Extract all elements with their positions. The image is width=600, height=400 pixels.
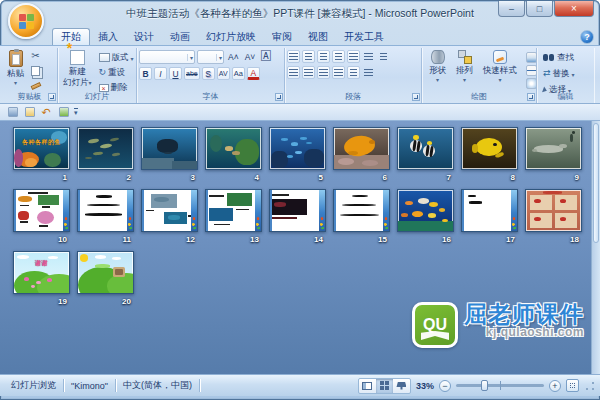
zoom-out-button[interactable]: − — [439, 380, 451, 392]
slide-thumbnail-1[interactable]: 各种各样的鱼 — [13, 127, 70, 170]
character-spacing-button[interactable]: AV — [217, 67, 230, 80]
slide-cell: 9 — [525, 127, 582, 182]
align-text-button[interactable] — [377, 50, 390, 63]
new-slide-button[interactable]: 新建 幻灯片 — [60, 49, 95, 89]
zoom-in-button[interactable]: + — [549, 380, 561, 392]
tab-review[interactable]: 审阅 — [264, 29, 300, 45]
help-button[interactable]: ? — [580, 30, 594, 44]
shrink-font-button[interactable]: A˅ — [243, 50, 258, 63]
strikethrough-button[interactable]: abe — [184, 67, 200, 80]
line-spacing-button[interactable] — [347, 50, 360, 63]
slide-thumbnail-5[interactable] — [269, 127, 326, 170]
slideshow-button[interactable] — [57, 106, 70, 118]
align-left-button[interactable] — [287, 66, 300, 79]
columns-button[interactable] — [347, 66, 360, 79]
tab-design[interactable]: 设计 — [126, 29, 162, 45]
align-center-button[interactable] — [302, 66, 315, 79]
qat-customize-dropdown[interactable]: ▾ — [74, 108, 78, 116]
align-right-button[interactable] — [317, 66, 330, 79]
slide-thumbnail-9[interactable] — [525, 127, 582, 170]
bullets-button[interactable] — [287, 50, 300, 63]
slide-thumbnail-16[interactable] — [397, 189, 454, 232]
arrange-button[interactable]: 排列 — [453, 49, 476, 86]
open-button[interactable] — [23, 106, 36, 118]
slide-thumbnail-14[interactable] — [269, 189, 326, 232]
decrease-indent-button[interactable] — [317, 50, 330, 63]
underline-button[interactable]: U — [169, 67, 182, 80]
text-shadow-button[interactable]: S — [202, 67, 215, 80]
layout-button[interactable]: 版式 — [97, 51, 136, 64]
copy-button[interactable] — [29, 64, 42, 77]
reset-button[interactable]: ↻重设 — [97, 66, 136, 79]
scrollbar-thumb[interactable] — [593, 123, 599, 243]
save-button[interactable] — [6, 106, 19, 118]
bold-button[interactable]: B — [139, 67, 152, 80]
paste-button[interactable]: 粘贴 — [4, 49, 27, 89]
resize-grip[interactable] — [584, 380, 596, 392]
fit-to-window-button[interactable] — [566, 379, 579, 392]
slide-thumbnail-17[interactable] — [461, 189, 518, 232]
language-label[interactable]: 中文(简体，中国) — [116, 379, 199, 392]
grow-font-button[interactable]: A˄ — [226, 50, 241, 63]
slide-thumbnail-2[interactable] — [77, 127, 134, 170]
tab-view[interactable]: 视图 — [300, 29, 336, 45]
clipboard-dialog-launcher[interactable] — [48, 93, 56, 101]
thumbnail-art — [340, 214, 379, 216]
slide-number: 12 — [141, 235, 198, 244]
zoom-slider-thumb[interactable] — [481, 380, 488, 391]
zoom-level[interactable]: 33% — [416, 381, 434, 391]
vertical-scrollbar[interactable] — [591, 121, 600, 374]
drawing-dialog-launcher[interactable] — [527, 93, 535, 101]
tab-slideshow[interactable]: 幻灯片放映 — [198, 29, 264, 45]
slide-thumbnail-8[interactable] — [461, 127, 518, 170]
slide-thumbnail-15[interactable] — [333, 189, 390, 232]
smartart-convert-button[interactable] — [362, 66, 375, 79]
maximize-button[interactable]: □ — [526, 1, 553, 17]
font-name-combo[interactable] — [139, 50, 195, 64]
slide-thumbnail-18[interactable] — [525, 189, 582, 232]
slide-thumbnail-13[interactable] — [205, 189, 262, 232]
normal-view-button[interactable] — [359, 379, 376, 393]
clear-formatting-button[interactable]: 🄰 — [259, 50, 272, 63]
slide-thumbnail-19[interactable]: 谢谢 — [13, 251, 70, 294]
numbering-button[interactable] — [302, 50, 315, 63]
tab-insert[interactable]: 插入 — [90, 29, 126, 45]
italic-button[interactable]: I — [154, 67, 167, 80]
slide-thumbnail-6[interactable] — [333, 127, 390, 170]
find-button[interactable]: 查找 — [541, 51, 592, 64]
increase-indent-button[interactable] — [332, 50, 345, 63]
theme-label[interactable]: "Kimono" — [64, 381, 115, 391]
change-case-button[interactable]: Aa — [232, 67, 245, 80]
justify-button[interactable] — [332, 66, 345, 79]
thumbnail-art — [18, 211, 29, 220]
tab-developer[interactable]: 开发工具 — [336, 29, 392, 45]
tab-animations[interactable]: 动画 — [162, 29, 198, 45]
paragraph-dialog-launcher[interactable] — [412, 93, 420, 101]
shape-fill-button[interactable] — [526, 52, 537, 63]
undo-button[interactable]: ↶ — [40, 106, 53, 118]
office-button[interactable] — [8, 3, 44, 39]
replace-button[interactable]: ⇄替换 — [541, 67, 592, 80]
text-direction-button[interactable] — [362, 50, 375, 63]
minimize-button[interactable]: – — [498, 1, 525, 17]
quick-styles-button[interactable]: 快速样式 — [480, 49, 520, 86]
slide-thumbnail-11[interactable] — [77, 189, 134, 232]
close-button[interactable]: × — [554, 1, 594, 17]
slide-sorter-view-button[interactable] — [376, 379, 393, 393]
slide-thumbnail-3[interactable] — [141, 127, 198, 170]
shape-outline-button[interactable] — [526, 65, 537, 76]
slide-thumbnail-20[interactable] — [77, 251, 134, 294]
slide-thumbnail-7[interactable] — [397, 127, 454, 170]
slideshow-view-button[interactable] — [393, 379, 410, 393]
font-dialog-launcher[interactable] — [275, 93, 283, 101]
shapes-button[interactable]: 形状 — [426, 49, 449, 86]
shape-effects-button[interactable] — [526, 78, 537, 89]
slide-thumbnail-10[interactable] — [13, 189, 70, 232]
font-size-combo[interactable] — [197, 50, 224, 64]
zoom-slider[interactable] — [456, 384, 544, 387]
cut-button[interactable]: ✂ — [29, 49, 42, 62]
font-color-button[interactable]: A — [247, 67, 260, 80]
slide-thumbnail-12[interactable] — [141, 189, 198, 232]
slide-thumbnail-4[interactable] — [205, 127, 262, 170]
title-bar[interactable]: 中班主题活动《各种各样的鱼》PPT课件 [兼容模式] - Microsoft P… — [0, 0, 600, 27]
